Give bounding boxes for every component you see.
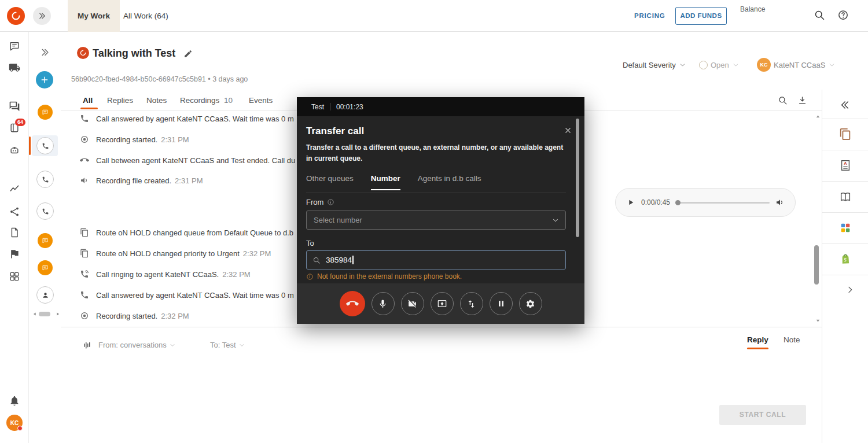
- transfer-call-button[interactable]: [460, 292, 483, 315]
- timeline-event-dot[interactable]: [38, 233, 53, 248]
- rail-divider: [822, 119, 868, 119]
- search-icon: [312, 256, 321, 264]
- svg-text:A: A: [844, 161, 847, 166]
- expand-nav-button[interactable]: [33, 7, 51, 25]
- timeline-event-dot[interactable]: [38, 260, 53, 275]
- conversations-icon[interactable]: [9, 40, 20, 52]
- chats-icon[interactable]: [9, 101, 20, 112]
- article-icon[interactable]: A: [839, 159, 852, 172]
- feed-item: Recording started.2:32 PM: [80, 309, 189, 322]
- volume-icon[interactable]: [775, 198, 785, 207]
- close-icon[interactable]: [564, 126, 573, 135]
- feed-search-icon[interactable]: [778, 95, 788, 105]
- rail-next-icon[interactable]: [845, 285, 855, 294]
- status-bar-divider: [330, 103, 330, 110]
- bot-icon[interactable]: [9, 145, 20, 156]
- recording-started-icon: [80, 311, 89, 320]
- chevron-down-icon: [169, 342, 176, 349]
- mute-mic-button[interactable]: [372, 292, 395, 315]
- player-progress-knob[interactable]: [675, 200, 681, 205]
- to-input-value: 385984: [326, 256, 352, 264]
- add-item-button[interactable]: [36, 71, 53, 88]
- download-icon[interactable]: [797, 95, 807, 105]
- feed-item: Call between agent KateNT CCaaS and Test…: [80, 154, 299, 167]
- tab-events[interactable]: Events: [249, 96, 273, 105]
- edit-title-icon[interactable]: [183, 49, 193, 58]
- tab-other-queues[interactable]: Other queues: [306, 174, 354, 190]
- tab-replies[interactable]: Replies: [107, 96, 133, 105]
- call-timer: 00:01:23: [336, 103, 363, 111]
- org-icon[interactable]: [9, 206, 20, 217]
- severity-label: Default Severity: [623, 61, 676, 69]
- recording-started-icon: [80, 135, 89, 144]
- tab-all[interactable]: All: [83, 96, 93, 105]
- transfer-tabs: Other queues Number Agents in d.b calls: [306, 174, 481, 190]
- collapse-rail-icon[interactable]: [840, 99, 851, 110]
- hold-pause-button[interactable]: [490, 292, 513, 315]
- info-icon[interactable]: [327, 198, 334, 206]
- timeline-call-item[interactable]: [36, 171, 54, 188]
- video-off-button[interactable]: [401, 292, 424, 315]
- help-button[interactable]: [837, 9, 849, 21]
- pricing-link[interactable]: PRICING: [634, 0, 665, 32]
- rail-divider: [822, 181, 868, 182]
- hang-up-button[interactable]: [340, 291, 365, 316]
- route-change-icon: [80, 228, 89, 237]
- expand-timeline-icon[interactable]: [40, 47, 50, 57]
- timeline-agent-item[interactable]: [36, 286, 54, 304]
- timeline-scroll-right-arrow[interactable]: [55, 311, 61, 317]
- linked-items-icon[interactable]: [839, 128, 852, 141]
- start-call-button[interactable]: START CALL: [719, 405, 806, 425]
- tab-reply[interactable]: Reply: [747, 335, 768, 344]
- notifications-bell-icon[interactable]: [9, 395, 20, 407]
- assignee-avatar: KC: [757, 58, 771, 72]
- tab-number[interactable]: Number: [371, 174, 400, 190]
- play-icon[interactable]: [626, 198, 635, 207]
- timeline-event-dot[interactable]: [38, 105, 53, 120]
- timeline-selection-bar: [29, 136, 31, 155]
- feed-scroll-down-arrow[interactable]: [815, 318, 821, 324]
- composer-divider: [61, 327, 822, 327]
- player-progress-track[interactable]: [676, 202, 770, 204]
- documents-icon[interactable]: [9, 227, 20, 238]
- timeline-scrollbar-thumb[interactable]: [39, 312, 50, 316]
- status-dropdown[interactable]: Open: [699, 58, 740, 72]
- modal-scrollbar-thumb[interactable]: [576, 119, 579, 237]
- call-settings-button[interactable]: [519, 292, 542, 315]
- ticket-type-icon: [77, 47, 89, 59]
- to-dropdown[interactable]: To: Test: [210, 341, 245, 349]
- integrations-icon[interactable]: [839, 221, 852, 234]
- tab-all-work[interactable]: All Work (64): [113, 0, 178, 32]
- from-number-select[interactable]: Select number: [306, 211, 566, 230]
- flag-icon[interactable]: [9, 248, 20, 260]
- shopify-icon[interactable]: [839, 253, 852, 265]
- knowledge-base-icon[interactable]: [839, 190, 852, 203]
- tab-notes[interactable]: Notes: [146, 96, 167, 105]
- ticket-title: Talking with Test: [93, 47, 175, 60]
- timeline-scroll-left-arrow[interactable]: [32, 311, 38, 317]
- analytics-icon[interactable]: [9, 182, 20, 194]
- tab-agents[interactable]: Agents in d.b calls: [418, 174, 481, 190]
- timeline-call-item[interactable]: [36, 202, 54, 220]
- feed-text: Recording started.: [96, 312, 157, 320]
- tab-my-work[interactable]: My Work: [68, 0, 120, 32]
- tab-note[interactable]: Note: [784, 335, 800, 344]
- add-funds-button[interactable]: ADD FUNDS: [675, 7, 727, 25]
- brand-logo-icon[interactable]: [7, 7, 25, 25]
- tab-recordings[interactable]: Recordings 10: [180, 96, 233, 105]
- severity-dropdown[interactable]: Default Severity: [623, 58, 686, 72]
- feed-scrollbar-thumb[interactable]: [814, 245, 819, 285]
- to-number-input[interactable]: 385984: [306, 250, 566, 270]
- call-answered-icon: [80, 290, 89, 300]
- feed-scroll-up-arrow[interactable]: [815, 113, 821, 120]
- from-dropdown[interactable]: From: conversations: [98, 341, 176, 349]
- screen-share-button[interactable]: [431, 292, 454, 315]
- deliveries-icon[interactable]: [9, 62, 20, 73]
- assignee-dropdown[interactable]: KC KateNT CCaaS: [757, 58, 836, 72]
- global-search-button[interactable]: [814, 9, 825, 21]
- feed-time: 2:32 PM: [222, 270, 250, 279]
- apps-grid-icon[interactable]: [9, 271, 20, 282]
- timeline-call-item[interactable]: [36, 137, 54, 154]
- feed-time: 2:31 PM: [161, 135, 189, 144]
- call-answered-icon: [80, 114, 89, 123]
